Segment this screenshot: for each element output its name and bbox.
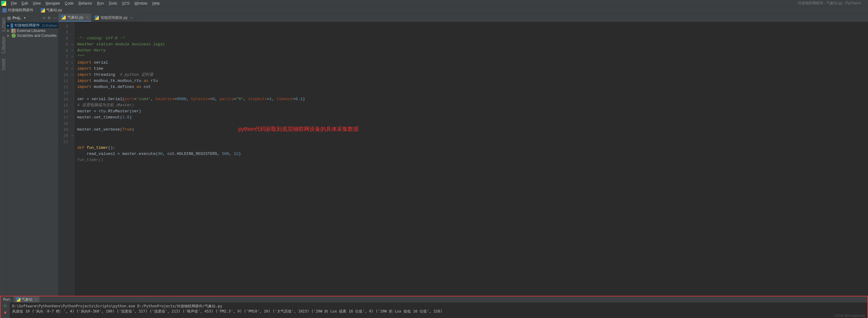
code-line[interactable]: read_values1 = master.execute(80, cst.HO… (77, 151, 865, 157)
left-tool-gutter: 1: Project 7: Structure Commit (0, 14, 6, 296)
tree-label: 对接物联网硬件 (14, 23, 40, 28)
code-line[interactable] (77, 133, 865, 139)
tree-arrow-icon[interactable]: ▶ (7, 24, 9, 27)
run-body: ↻ ■ ↑ D:\Software\PythonVenv\PythonProje… (1, 302, 867, 318)
menu-window[interactable]: Window (132, 1, 150, 6)
folder-icon (11, 23, 13, 28)
code-line[interactable]: import modbus_tk.modbus_rtu as rtu (77, 78, 865, 84)
code-line[interactable]: import modbus_tk.defines as cst (77, 84, 865, 90)
run-command-line: D:\Software\PythonVenv\PythonProjects\Sc… (12, 304, 865, 309)
code-line[interactable]: ser = serial.Serial(port='com4', baudrat… (77, 96, 865, 102)
code-line[interactable] (77, 120, 865, 126)
editor-tab[interactable]: 气象站.py× (58, 14, 92, 22)
code-line[interactable]: fun_timer() (77, 157, 865, 163)
code-line[interactable]: master.set_timeout(1.0) (77, 114, 865, 120)
code-line[interactable]: """ (77, 54, 865, 60)
window-title: 对接物联网硬件 - 气象站.py - PyCharm (798, 1, 867, 6)
breadcrumb-file: 气象站.py (46, 8, 62, 13)
tree-label: Scratches and Consoles (17, 33, 57, 38)
menu-vcs[interactable]: VCS (120, 1, 132, 6)
code-line[interactable]: master = rtu.RtuMaster(ser) (77, 108, 865, 114)
code-line[interactable] (77, 139, 865, 145)
menu-help[interactable]: Help (150, 1, 162, 6)
close-icon[interactable]: × (130, 16, 132, 20)
editor-body: 23456789101112131415161718192021 ⊟⊟⊟⊟⊟⊟⊟… (58, 22, 868, 296)
gear-icon[interactable]: ⚙ (48, 16, 51, 20)
stop-icon[interactable]: ■ (4, 310, 6, 315)
editor-area: 气象站.py×智能照明模块.py× 2345678910111213141516… (58, 14, 868, 296)
project-view-icon: ▤ (7, 16, 11, 20)
python-file-icon (95, 16, 99, 20)
run-output-line: 风速值 10 ('风向〈0-7 档〉', 4) ('风向0-360', 180)… (12, 309, 865, 314)
python-file-icon (16, 297, 20, 301)
menu-code[interactable]: Code (62, 1, 76, 6)
project-panel-title[interactable]: Proj.. (12, 16, 22, 20)
chevron-right-icon: 〉 (35, 8, 39, 13)
project-panel: ▤ Proj.. ▼ ⇥ ⚙ — ▶对接物联网硬件D:\Python▶Exter… (6, 14, 58, 296)
menu-file[interactable]: File (8, 1, 19, 6)
menu-view[interactable]: View (30, 1, 43, 6)
code-line[interactable]: import time (77, 66, 865, 72)
code-line[interactable]: -*- coding: utf-8 -* (77, 35, 865, 41)
breadcrumb-root: 对接物联网硬件 (8, 8, 33, 13)
close-icon[interactable]: × (86, 16, 88, 19)
collapse-icon[interactable]: ⇥ (42, 16, 45, 20)
run-output[interactable]: D:\Software\PythonVenv\PythonProjects\Sc… (10, 302, 867, 318)
code-line[interactable]: import serial (77, 60, 865, 66)
python-file-icon (41, 8, 45, 12)
tree-path: D:\Python (42, 24, 57, 27)
code-line[interactable]: # 设置电脑端为主机（Master） (77, 102, 865, 108)
lib-icon (11, 29, 16, 33)
tool-tab-commit[interactable]: Commit (1, 56, 5, 73)
project-tree[interactable]: ▶对接物联网硬件D:\Python▶External Libraries▶Scr… (6, 22, 58, 39)
run-label: Run: (3, 297, 11, 301)
menu-bar: FileEditViewNavigateCodeRefactorRunTools… (0, 0, 868, 7)
fold-gutter: ⊟⊟⊟⊟⊟⊟⊟ (70, 22, 74, 296)
tree-item[interactable]: ▶External Libraries (6, 28, 58, 33)
main-area: 1: Project 7: Structure Commit ▤ Proj.. … (0, 14, 868, 296)
tree-arrow-icon[interactable]: ▶ (7, 34, 10, 37)
run-tool-window: Run: 气象站 × ↻ ■ ↑ D:\Software\PythonVenv\… (0, 296, 868, 318)
code-line[interactable]: master.set_verbose(True) (77, 126, 865, 133)
code-line[interactable]: def fun_timer(): (77, 145, 865, 151)
run-header: Run: 气象站 × (1, 296, 867, 302)
tool-tab-structure[interactable]: 7: Structure (1, 34, 5, 56)
tab-label: 智能照明模块.py (101, 15, 127, 20)
tab-label: 气象站.py (67, 15, 83, 20)
hide-panel-icon[interactable]: — (53, 16, 57, 20)
code-line[interactable]: Author Harry (77, 48, 865, 54)
menu-tools[interactable]: Tools (106, 1, 120, 6)
code-line[interactable] (77, 90, 865, 96)
watermark: CSDN @xiongsheng (834, 314, 865, 317)
pycharm-logo-icon (1, 1, 6, 6)
run-toolbar: ↻ ■ ↑ (1, 302, 10, 318)
menu-edit[interactable]: Edit (19, 1, 30, 6)
rerun-icon[interactable]: ↻ (4, 304, 7, 308)
menu-refactor[interactable]: Refactor (76, 1, 95, 6)
dropdown-arrow-icon[interactable]: ▼ (23, 17, 26, 20)
tool-tab-project[interactable]: 1: Project (1, 15, 5, 34)
python-file-icon (61, 15, 66, 20)
close-icon[interactable]: × (35, 298, 37, 301)
project-panel-header: ▤ Proj.. ▼ ⇥ ⚙ — (6, 14, 58, 22)
code-line[interactable]: Weather station module business logic (77, 41, 865, 48)
editor-tab-bar: 气象站.py×智能照明模块.py× (58, 14, 868, 22)
run-tab-label: 气象站 (22, 297, 33, 302)
scratch-icon (11, 33, 16, 38)
tree-arrow-icon[interactable]: ▶ (7, 29, 10, 32)
code-editor[interactable]: -*- coding: utf-8 -*Weather station modu… (74, 22, 868, 296)
folder-icon (2, 8, 7, 12)
menu-run[interactable]: Run (95, 1, 106, 6)
breadcrumb[interactable]: 对接物联网硬件 〉 气象站.py (2, 8, 62, 13)
up-icon[interactable]: ↑ (4, 316, 6, 318)
tree-item[interactable]: ▶Scratches and Consoles (6, 33, 58, 38)
line-number-gutter: 23456789101112131415161718192021 (58, 22, 70, 296)
tree-label: External Libraries (17, 29, 45, 33)
breadcrumb-bar: 对接物联网硬件 〉 气象站.py (0, 7, 868, 14)
editor-tab[interactable]: 智能照明模块.py× (92, 14, 135, 22)
menu-navigate[interactable]: Navigate (43, 1, 62, 6)
run-tab[interactable]: 气象站 × (14, 296, 39, 302)
code-line[interactable]: import threading # python 定时器 (77, 72, 865, 78)
tree-item[interactable]: ▶对接物联网硬件D:\Python (6, 23, 58, 28)
